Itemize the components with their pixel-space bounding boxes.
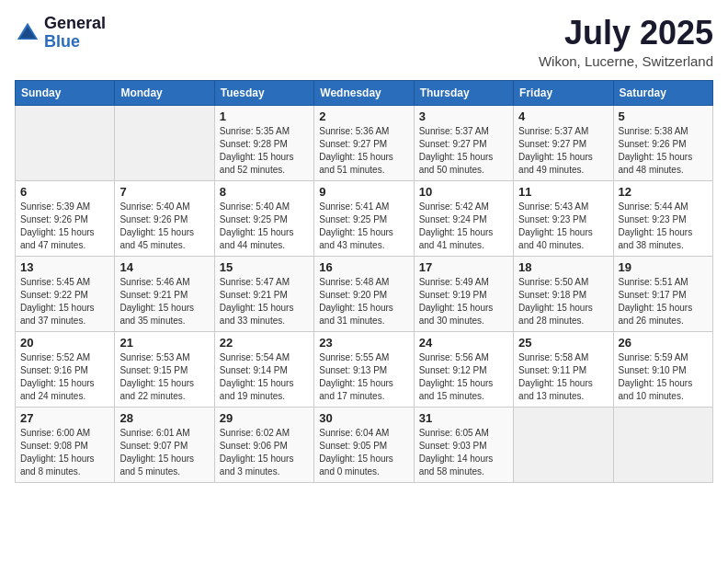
day-number: 22 bbox=[220, 336, 309, 350]
week-row-4: 20Sunrise: 5:52 AM Sunset: 9:16 PM Dayli… bbox=[16, 331, 713, 407]
day-number: 19 bbox=[619, 260, 708, 274]
day-info: Sunrise: 5:54 AM Sunset: 9:14 PM Dayligh… bbox=[220, 351, 309, 403]
day-info: Sunrise: 6:01 AM Sunset: 9:07 PM Dayligh… bbox=[119, 427, 209, 478]
week-row-3: 13Sunrise: 5:45 AM Sunset: 9:22 PM Dayli… bbox=[16, 256, 713, 331]
day-number: 10 bbox=[419, 185, 508, 199]
calendar-cell: 29Sunrise: 6:02 AM Sunset: 9:06 PM Dayli… bbox=[214, 407, 313, 482]
calendar-cell: 25Sunrise: 5:58 AM Sunset: 9:11 PM Dayli… bbox=[514, 331, 613, 407]
logo-text: General Blue bbox=[44, 15, 106, 52]
location: Wikon, Lucerne, Switzerland bbox=[539, 53, 713, 69]
calendar-cell: 31Sunrise: 6:05 AM Sunset: 9:03 PM Dayli… bbox=[414, 407, 513, 482]
day-info: Sunrise: 5:40 AM Sunset: 9:25 PM Dayligh… bbox=[220, 201, 309, 252]
day-number: 25 bbox=[518, 336, 608, 350]
calendar-cell: 15Sunrise: 5:47 AM Sunset: 9:21 PM Dayli… bbox=[214, 256, 313, 331]
calendar-cell bbox=[115, 105, 214, 180]
day-info: Sunrise: 5:48 AM Sunset: 9:20 PM Dayligh… bbox=[319, 276, 408, 327]
calendar-cell: 12Sunrise: 5:44 AM Sunset: 9:23 PM Dayli… bbox=[613, 180, 712, 256]
calendar-cell: 23Sunrise: 5:55 AM Sunset: 9:13 PM Dayli… bbox=[314, 331, 414, 407]
day-info: Sunrise: 5:50 AM Sunset: 9:18 PM Dayligh… bbox=[518, 276, 608, 327]
day-info: Sunrise: 6:00 AM Sunset: 9:08 PM Dayligh… bbox=[20, 427, 109, 478]
calendar-cell: 1Sunrise: 5:35 AM Sunset: 9:28 PM Daylig… bbox=[214, 105, 313, 180]
day-number: 13 bbox=[20, 260, 109, 274]
day-number: 2 bbox=[319, 109, 408, 123]
day-number: 24 bbox=[419, 336, 508, 350]
calendar-cell: 22Sunrise: 5:54 AM Sunset: 9:14 PM Dayli… bbox=[214, 331, 313, 407]
day-number: 21 bbox=[119, 336, 209, 350]
day-number: 30 bbox=[319, 411, 408, 425]
day-number: 27 bbox=[20, 411, 109, 425]
day-info: Sunrise: 5:45 AM Sunset: 9:22 PM Dayligh… bbox=[20, 276, 109, 327]
calendar-cell bbox=[514, 407, 613, 482]
day-info: Sunrise: 6:05 AM Sunset: 9:03 PM Dayligh… bbox=[419, 427, 508, 478]
day-number: 29 bbox=[220, 411, 309, 425]
day-number: 20 bbox=[20, 336, 109, 350]
day-info: Sunrise: 5:43 AM Sunset: 9:23 PM Dayligh… bbox=[518, 201, 608, 252]
day-info: Sunrise: 5:41 AM Sunset: 9:25 PM Dayligh… bbox=[319, 201, 408, 252]
calendar-cell: 20Sunrise: 5:52 AM Sunset: 9:16 PM Dayli… bbox=[16, 331, 115, 407]
day-info: Sunrise: 5:40 AM Sunset: 9:26 PM Dayligh… bbox=[119, 201, 209, 252]
calendar-cell: 26Sunrise: 5:59 AM Sunset: 9:10 PM Dayli… bbox=[613, 331, 712, 407]
day-info: Sunrise: 5:42 AM Sunset: 9:24 PM Dayligh… bbox=[419, 201, 508, 252]
calendar-cell: 16Sunrise: 5:48 AM Sunset: 9:20 PM Dayli… bbox=[314, 256, 414, 331]
calendar-cell: 30Sunrise: 6:04 AM Sunset: 9:05 PM Dayli… bbox=[314, 407, 414, 482]
day-info: Sunrise: 5:49 AM Sunset: 9:19 PM Dayligh… bbox=[419, 276, 508, 327]
day-info: Sunrise: 5:38 AM Sunset: 9:26 PM Dayligh… bbox=[619, 125, 708, 177]
day-info: Sunrise: 5:53 AM Sunset: 9:15 PM Dayligh… bbox=[119, 351, 209, 403]
logo-icon bbox=[15, 20, 40, 46]
calendar-cell: 21Sunrise: 5:53 AM Sunset: 9:15 PM Dayli… bbox=[115, 331, 214, 407]
header-day-saturday: Saturday bbox=[613, 80, 712, 105]
calendar-cell: 18Sunrise: 5:50 AM Sunset: 9:18 PM Dayli… bbox=[514, 256, 613, 331]
header-day-wednesday: Wednesday bbox=[314, 80, 414, 105]
day-info: Sunrise: 5:36 AM Sunset: 9:27 PM Dayligh… bbox=[319, 125, 408, 177]
logo: General Blue bbox=[15, 15, 106, 52]
calendar-cell: 11Sunrise: 5:43 AM Sunset: 9:23 PM Dayli… bbox=[514, 180, 613, 256]
day-info: Sunrise: 5:35 AM Sunset: 9:28 PM Dayligh… bbox=[220, 125, 309, 177]
day-number: 12 bbox=[619, 185, 708, 199]
logo-general-text: General bbox=[44, 15, 106, 33]
header-day-tuesday: Tuesday bbox=[214, 80, 313, 105]
day-number: 18 bbox=[518, 260, 608, 274]
logo-blue-text: Blue bbox=[44, 33, 106, 52]
day-number: 28 bbox=[119, 411, 209, 425]
day-info: Sunrise: 5:52 AM Sunset: 9:16 PM Dayligh… bbox=[20, 351, 109, 403]
calendar-cell: 2Sunrise: 5:36 AM Sunset: 9:27 PM Daylig… bbox=[314, 105, 414, 180]
calendar-header: SundayMondayTuesdayWednesdayThursdayFrid… bbox=[16, 80, 713, 105]
header-day-friday: Friday bbox=[514, 80, 613, 105]
day-number: 1 bbox=[220, 109, 309, 123]
calendar-cell: 14Sunrise: 5:46 AM Sunset: 9:21 PM Dayli… bbox=[115, 256, 214, 331]
day-info: Sunrise: 5:37 AM Sunset: 9:27 PM Dayligh… bbox=[419, 125, 508, 177]
calendar-cell bbox=[613, 407, 712, 482]
title-block: July 2025 Wikon, Lucerne, Switzerland bbox=[539, 15, 713, 69]
day-number: 5 bbox=[619, 109, 708, 123]
day-number: 16 bbox=[319, 260, 408, 274]
day-info: Sunrise: 5:56 AM Sunset: 9:12 PM Dayligh… bbox=[419, 351, 508, 403]
calendar-cell: 24Sunrise: 5:56 AM Sunset: 9:12 PM Dayli… bbox=[414, 331, 513, 407]
day-info: Sunrise: 5:47 AM Sunset: 9:21 PM Dayligh… bbox=[220, 276, 309, 327]
day-number: 23 bbox=[319, 336, 408, 350]
day-number: 17 bbox=[419, 260, 508, 274]
header-day-sunday: Sunday bbox=[16, 80, 115, 105]
header-day-monday: Monday bbox=[115, 80, 214, 105]
day-number: 26 bbox=[619, 336, 708, 350]
day-number: 11 bbox=[518, 185, 608, 199]
calendar-cell bbox=[16, 105, 115, 180]
day-number: 7 bbox=[119, 185, 209, 199]
calendar-cell: 5Sunrise: 5:38 AM Sunset: 9:26 PM Daylig… bbox=[613, 105, 712, 180]
header-row: SundayMondayTuesdayWednesdayThursdayFrid… bbox=[16, 80, 713, 105]
day-number: 15 bbox=[220, 260, 309, 274]
calendar-body: 1Sunrise: 5:35 AM Sunset: 9:28 PM Daylig… bbox=[16, 105, 713, 482]
day-info: Sunrise: 5:58 AM Sunset: 9:11 PM Dayligh… bbox=[518, 351, 608, 403]
calendar-table: SundayMondayTuesdayWednesdayThursdayFrid… bbox=[15, 80, 713, 483]
calendar-cell: 10Sunrise: 5:42 AM Sunset: 9:24 PM Dayli… bbox=[414, 180, 513, 256]
day-number: 8 bbox=[220, 185, 309, 199]
day-number: 31 bbox=[419, 411, 508, 425]
day-info: Sunrise: 5:51 AM Sunset: 9:17 PM Dayligh… bbox=[619, 276, 708, 327]
calendar-cell: 13Sunrise: 5:45 AM Sunset: 9:22 PM Dayli… bbox=[16, 256, 115, 331]
calendar-cell: 3Sunrise: 5:37 AM Sunset: 9:27 PM Daylig… bbox=[414, 105, 513, 180]
week-row-1: 1Sunrise: 5:35 AM Sunset: 9:28 PM Daylig… bbox=[16, 105, 713, 180]
calendar-cell: 28Sunrise: 6:01 AM Sunset: 9:07 PM Dayli… bbox=[115, 407, 214, 482]
day-info: Sunrise: 5:44 AM Sunset: 9:23 PM Dayligh… bbox=[619, 201, 708, 252]
day-info: Sunrise: 5:37 AM Sunset: 9:27 PM Dayligh… bbox=[518, 125, 608, 177]
calendar-cell: 27Sunrise: 6:00 AM Sunset: 9:08 PM Dayli… bbox=[16, 407, 115, 482]
day-number: 9 bbox=[319, 185, 408, 199]
